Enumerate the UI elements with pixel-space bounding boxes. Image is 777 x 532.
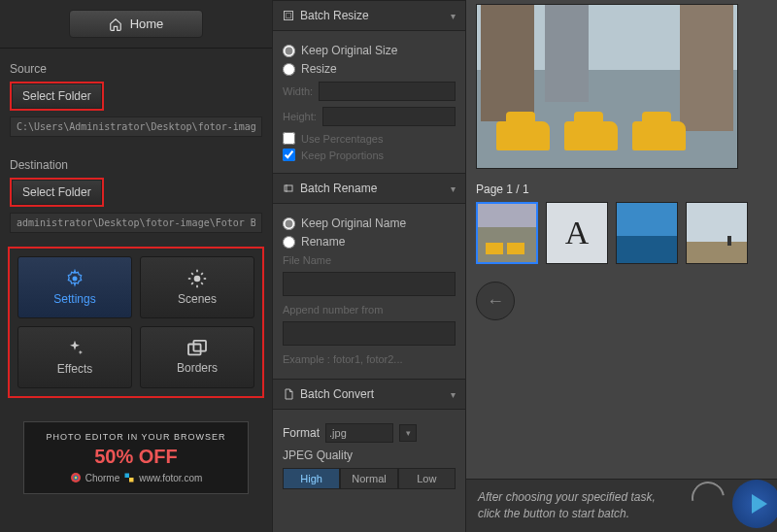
footer-line2: click the button to start batch. (478, 506, 656, 522)
source-select-highlight: Select Folder (10, 82, 104, 111)
fotor-icon (123, 472, 135, 483)
width-input[interactable] (319, 82, 456, 101)
destination-select-folder-button[interactable]: Select Folder (12, 180, 102, 205)
svg-point-14 (74, 477, 77, 480)
sun-icon (187, 269, 207, 288)
batch-resize-header[interactable]: Batch Resize (273, 0, 465, 31)
keep-proportions-row[interactable]: Keep Proportions (283, 149, 456, 161)
resize-row[interactable]: Resize (283, 62, 456, 76)
scenes-tile[interactable]: Scenes (140, 256, 254, 318)
quality-low-button[interactable]: Low (398, 468, 456, 489)
format-input[interactable] (325, 423, 393, 443)
height-row: Height: (283, 107, 456, 126)
keep-original-name-label: Keep Original Name (301, 216, 406, 230)
preview-image (476, 4, 738, 169)
promo-site: www.fotor.com (139, 473, 202, 483)
format-label: Format (283, 426, 320, 440)
settings-label: Settings (53, 292, 95, 306)
svg-rect-18 (287, 14, 291, 18)
batch-rename-title: Batch Rename (300, 182, 377, 195)
settings-tile[interactable]: Settings (17, 256, 132, 318)
scenes-label: Scenes (178, 292, 217, 306)
batch-rename-header[interactable]: Batch Rename (273, 173, 465, 204)
source-path-field[interactable] (10, 116, 262, 137)
destination-path-field[interactable] (10, 213, 262, 233)
promo-line1: PHOTO EDITOR IN YOUR BROWSER (32, 432, 240, 442)
rename-radio[interactable] (283, 236, 295, 249)
height-input[interactable] (322, 107, 456, 126)
append-number-input[interactable] (283, 321, 456, 346)
source-label: Source (10, 62, 262, 76)
jpeg-quality-label: JPEG Quality (283, 449, 456, 462)
thumbnail-1[interactable] (476, 202, 538, 264)
chrome-icon (70, 472, 82, 483)
svg-rect-11 (193, 341, 206, 351)
file-name-label: File Name (283, 254, 456, 266)
left-panel: Home Source Select Folder Destination Se… (0, 0, 272, 532)
effects-label: Effects (57, 362, 92, 376)
source-section: Source Select Folder (0, 49, 272, 145)
rename-row[interactable]: Rename (283, 235, 456, 249)
format-dropdown-button[interactable]: ▾ (399, 424, 417, 442)
footer-line1: After choosing your specified task, (478, 489, 656, 506)
file-name-input[interactable] (283, 272, 456, 296)
resize-label: Resize (301, 62, 337, 76)
footer-bar: After choosing your specified task, clic… (466, 479, 777, 532)
tool-grid-highlight: Settings Scenes Effects Borders (8, 247, 264, 398)
destination-label: Destination (10, 158, 262, 172)
prev-page-button[interactable]: ← (476, 282, 515, 320)
width-label: Width: (283, 85, 313, 97)
use-percentages-checkbox[interactable] (283, 132, 295, 145)
keep-original-size-row[interactable]: Keep Original Size (283, 44, 456, 57)
hint-arrow-icon (685, 475, 730, 520)
batch-convert-body: Format ▾ JPEG Quality High Normal Low (273, 410, 465, 497)
page-indicator: Page 1 / 1 (476, 183, 777, 196)
batch-resize-body: Keep Original Size Resize Width: Height:… (273, 31, 465, 173)
quality-normal-button[interactable]: Normal (340, 468, 397, 489)
batch-convert-header[interactable]: Batch Convert (273, 379, 465, 410)
quality-high-button[interactable]: High (283, 468, 340, 489)
thumbnail-4[interactable] (686, 202, 748, 264)
svg-rect-19 (285, 185, 292, 191)
svg-point-1 (194, 276, 201, 283)
source-select-folder-button[interactable]: Select Folder (12, 83, 102, 109)
tool-grid: Settings Scenes Effects Borders (10, 249, 262, 396)
borders-tile[interactable]: Borders (140, 326, 254, 388)
svg-point-0 (73, 277, 78, 282)
gear-icon (65, 269, 84, 288)
append-number-label: Append number from (283, 304, 456, 316)
promo-discount: 50% OFF (32, 446, 240, 468)
resize-radio[interactable] (283, 63, 295, 76)
home-bar: Home (0, 0, 272, 49)
borders-label: Borders (177, 361, 218, 375)
promo-footer: Chorme www.fotor.com (32, 472, 240, 483)
svg-rect-17 (285, 12, 293, 20)
thumbnail-2[interactable]: A (546, 202, 608, 264)
batch-resize-title: Batch Resize (300, 9, 369, 22)
right-panel: Page 1 / 1 A ← After choosing your speci… (466, 0, 777, 532)
keep-original-size-label: Keep Original Size (301, 44, 397, 57)
keep-original-name-row[interactable]: Keep Original Name (283, 216, 456, 230)
use-percentages-row[interactable]: Use Percentages (283, 132, 456, 145)
effects-tile[interactable]: Effects (17, 326, 132, 388)
preview-area (466, 0, 777, 173)
keep-original-name-radio[interactable] (283, 217, 295, 230)
format-row: Format ▾ (283, 423, 456, 443)
home-icon (109, 17, 122, 31)
keep-original-size-radio[interactable] (283, 45, 295, 57)
promo-banner[interactable]: PHOTO EDITOR IN YOUR BROWSER 50% OFF Cho… (23, 421, 249, 494)
svg-line-8 (201, 273, 203, 275)
svg-line-9 (191, 283, 193, 284)
svg-line-7 (201, 283, 203, 284)
height-label: Height: (283, 111, 317, 122)
home-label: Home (130, 17, 164, 31)
home-button[interactable]: Home (69, 10, 204, 38)
svg-rect-16 (129, 478, 134, 482)
destination-select-highlight: Select Folder (10, 178, 104, 207)
destination-section: Destination Select Folder (0, 145, 272, 241)
thumbnail-3[interactable] (616, 202, 678, 264)
svg-rect-15 (125, 474, 130, 479)
start-batch-button[interactable] (732, 480, 777, 528)
rename-label: Rename (301, 235, 345, 249)
keep-proportions-checkbox[interactable] (283, 149, 295, 161)
